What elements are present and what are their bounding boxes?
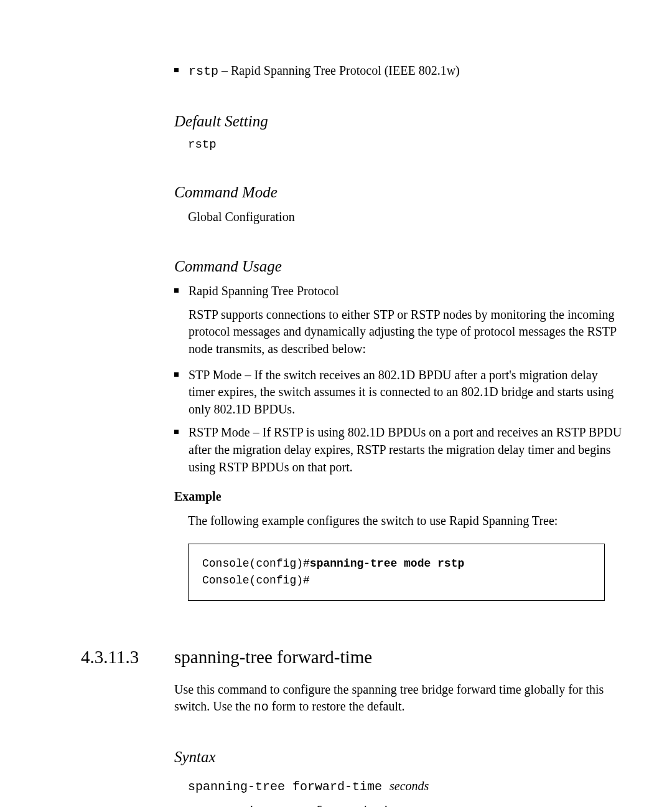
rstp-code: rstp [189, 64, 218, 78]
usage-bullet-2: STP Mode – If the switch receives an 802… [174, 367, 622, 418]
content-column: rstp – Rapid Spanning Tree Protocol (IEE… [174, 62, 622, 601]
command-mode-value: Global Configuration [188, 209, 622, 226]
example-intro: The following example configures the swi… [188, 512, 622, 530]
bullet-text: rstp – Rapid Spanning Tree Protocol (IEE… [189, 62, 460, 80]
bullet-rstp: rstp – Rapid Spanning Tree Protocol (IEE… [174, 62, 622, 80]
section-body: Use this command to configure the spanni… [174, 681, 622, 807]
syntax-line-2: no spanning-tree forward-time [188, 800, 622, 807]
intro-b: form to restore the default. [269, 699, 405, 713]
bullet-icon [174, 430, 179, 434]
intro-code: no [254, 700, 269, 714]
code-box: Console(config)#spanning-tree mode rstp … [188, 544, 605, 601]
rstp-desc: – Rapid Spanning Tree Protocol (IEEE 802… [218, 64, 460, 77]
code-prompt-1: Console(config)# [202, 557, 310, 570]
syntax-line1-arg: seconds [390, 779, 429, 793]
usage-bullet-3-text: RSTP Mode – If RSTP is using 802.1D BPDU… [189, 424, 622, 476]
heading-syntax: Syntax [174, 748, 622, 766]
default-setting-value: rstp [188, 138, 622, 151]
bullet-icon [174, 288, 179, 293]
code-command: spanning-tree mode rstp [310, 557, 464, 570]
code-line-2: Console(config)# [202, 572, 590, 589]
heading-default-setting: Default Setting [174, 113, 622, 130]
syntax-line1-code: spanning-tree forward-time [188, 780, 390, 794]
syntax-block: spanning-tree forward-time seconds no sp… [188, 773, 622, 807]
bullet-icon [174, 68, 179, 72]
syntax-line-1: spanning-tree forward-time seconds [188, 773, 622, 800]
page: rstp – Rapid Spanning Tree Protocol (IEE… [0, 0, 672, 807]
heading-command-mode: Command Mode [174, 184, 622, 201]
section-title: spanning-tree forward-time [174, 647, 372, 668]
usage-bullet-1: Rapid Spanning Tree Protocol [174, 283, 622, 300]
usage-bullet-2-text: STP Mode – If the switch receives an 802… [189, 367, 622, 418]
example-label: Example [174, 489, 622, 504]
section-intro: Use this command to configure the spanni… [174, 681, 622, 716]
usage-bullet-1-text: Rapid Spanning Tree Protocol [189, 283, 339, 300]
bullet-icon [174, 372, 179, 377]
section-number: 4.3.11.3 [81, 647, 174, 668]
code-line-1: Console(config)#spanning-tree mode rstp [202, 555, 590, 572]
usage-bullet-3: RSTP Mode – If RSTP is using 802.1D BPDU… [174, 424, 622, 476]
usage-bullet-1-sub: RSTP supports connections to either STP … [189, 306, 622, 358]
section-heading-row: 4.3.11.3 spanning-tree forward-time [81, 647, 616, 668]
heading-command-usage: Command Usage [174, 258, 622, 275]
